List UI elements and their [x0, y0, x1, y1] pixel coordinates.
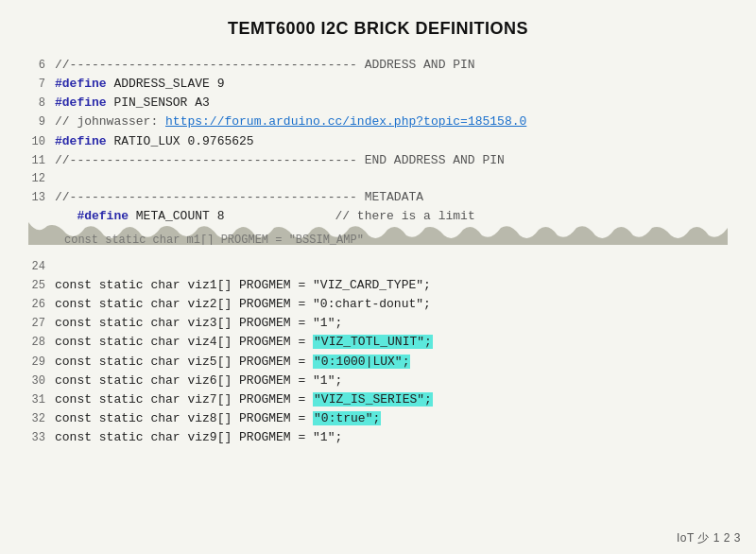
code-line-8: 8 #define PIN_SENSOR A3: [28, 94, 728, 113]
code-content-28: const static char viz4[] PROGMEM = "VIZ_…: [55, 333, 433, 352]
code-line-31: 31 const static char viz7[] PROGMEM = "V…: [28, 390, 728, 409]
highlight-viz8: "0:true";: [313, 411, 381, 425]
line-number-13: 13: [28, 189, 55, 207]
keyword-define: #define: [55, 77, 107, 91]
code-content-6: //--------------------------------------…: [55, 56, 475, 75]
code-line-26: 26 const static char viz2[] PROGMEM = "0…: [28, 295, 728, 314]
code-content-9: // johnwasser: https://forum.arduino.cc/…: [55, 113, 526, 131]
keyword-define-2: #define: [55, 95, 107, 110]
highlight-viz5: "0:1000|LUX";: [313, 355, 410, 369]
line-number-31: 31: [28, 391, 55, 409]
line-number-26: 26: [28, 296, 55, 314]
line-number-7: 7: [28, 76, 55, 94]
code-line-11: 11 //-----------------------------------…: [28, 151, 728, 170]
code-content-27: const static char viz3[] PROGMEM = "1";: [55, 314, 342, 333]
code-line-29: 29 const static char viz5[] PROGMEM = "0…: [28, 353, 728, 372]
page-container: TEMT6000 I2C BRICK DEFINITIONS 6 //-----…: [0, 0, 756, 554]
code-content-13: //--------------------------------------…: [55, 188, 423, 207]
code-bottom-section: 24 25 const static char viz1[] PROGMEM =…: [28, 258, 728, 447]
code-line-9: 9 // johnwasser: https://forum.arduino.c…: [28, 113, 728, 131]
line-number-8: 8: [28, 95, 55, 113]
code-content-8: #define PIN_SENSOR A3: [55, 94, 210, 113]
arduino-forum-link[interactable]: https://forum.arduino.cc/index.php?topic…: [165, 114, 526, 129]
code-content-11: //--------------------------------------…: [55, 151, 505, 170]
code-line-10: 10 #define RATIO_LUX 0.9765625: [28, 132, 728, 151]
code-top-section: 6 //------------------------------------…: [28, 56, 728, 207]
code-line-12: 12: [28, 170, 728, 188]
code-line-7: 7 #define ADDRESS_SLAVE 9: [28, 75, 728, 94]
line-number-6: 6: [28, 57, 55, 75]
line-number-28: 28: [28, 334, 55, 352]
code-content-7: #define ADDRESS_SLAVE 9: [55, 75, 224, 94]
highlight-viz4: "VIZ_TOTL_UNIT";: [313, 335, 433, 349]
code-content-10: #define RATIO_LUX 0.9765625: [55, 132, 254, 151]
line-number-29: 29: [28, 354, 55, 372]
line-number-11: 11: [28, 152, 55, 170]
page-title: TEMT6000 I2C BRICK DEFINITIONS: [28, 19, 728, 39]
torn-svg: const static char m1[] PROGMEM = "BSSIM_…: [28, 222, 728, 245]
line-number-33: 33: [28, 429, 55, 447]
code-content-29: const static char viz5[] PROGMEM = "0:10…: [55, 353, 410, 372]
gap-spacer: [28, 247, 728, 258]
code-line-32: 32 const static char viz8[] PROGMEM = "0…: [28, 409, 728, 428]
keyword-define-3: #define: [55, 134, 107, 148]
code-line-27: 27 const static char viz3[] PROGMEM = "1…: [28, 314, 728, 333]
code-line-6: 6 //------------------------------------…: [28, 56, 728, 75]
line-number-10: 10: [28, 133, 55, 151]
code-content-25: const static char viz1[] PROGMEM = "VIZ_…: [55, 276, 431, 295]
code-content-33: const static char viz9[] PROGMEM = "1";: [55, 428, 342, 447]
code-content-32: const static char viz8[] PROGMEM = "0:tr…: [55, 409, 381, 428]
line-number-30: 30: [28, 372, 55, 390]
keyword-define-meta: #define: [55, 209, 129, 223]
line-number-12: 12: [28, 170, 55, 188]
code-line-25: 25 const static char viz1[] PROGMEM = "V…: [28, 276, 728, 295]
line-number-27: 27: [28, 315, 55, 333]
code-line-33: 33 const static char viz9[] PROGMEM = "1…: [28, 428, 728, 447]
code-line-13: 13 //-----------------------------------…: [28, 188, 728, 207]
code-content-26: const static char viz2[] PROGMEM = "0:ch…: [55, 295, 431, 314]
partial-meta-count: #define META_COUNT 8 // there is a limit: [55, 209, 475, 223]
code-content-30: const static char viz6[] PROGMEM = "1";: [55, 372, 342, 390]
line-number-9: 9: [28, 113, 55, 131]
watermark: IoT 少 1 2 3: [677, 530, 741, 546]
code-line-30: 30 const static char viz6[] PROGMEM = "1…: [28, 372, 728, 390]
line-number-25: 25: [28, 277, 55, 295]
code-line-28: 28 const static char viz4[] PROGMEM = "V…: [28, 333, 728, 352]
highlight-viz7: "VIZ_IS_SERIES";: [313, 392, 433, 407]
comment-limit: // there is a limit: [335, 209, 474, 223]
svg-text:const static char m1[] PROGMEM: const static char m1[] PROGMEM = "BSSIM_…: [64, 234, 364, 245]
line-number-32: 32: [28, 410, 55, 428]
code-content-31: const static char viz7[] PROGMEM = "VIZ_…: [55, 390, 433, 409]
code-line-24: 24: [28, 258, 728, 276]
line-number-24: 24: [28, 258, 55, 276]
torn-paper-section: #define META_COUNT 8 // there is a limit…: [28, 209, 728, 245]
